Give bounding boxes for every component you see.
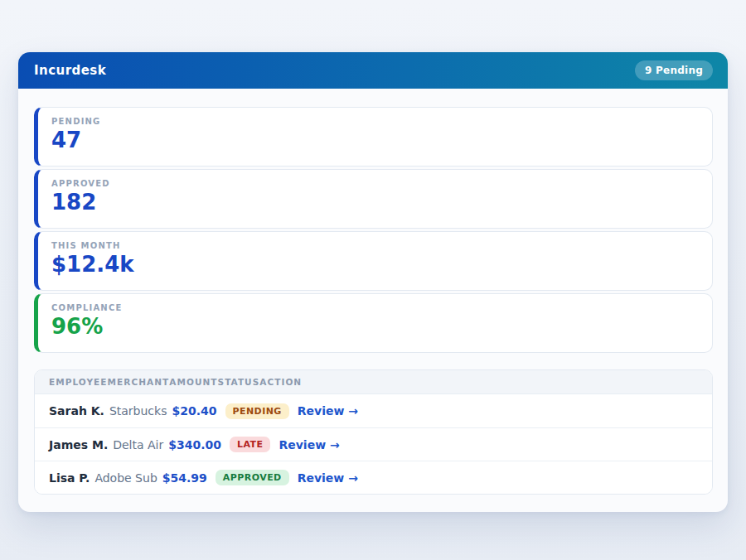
column-header-status: STATUS bbox=[218, 377, 260, 387]
amount-value: $20.40 bbox=[172, 404, 216, 418]
amount-value: $54.99 bbox=[162, 471, 207, 485]
column-header-amount: AMOUNT bbox=[169, 377, 217, 387]
table-row: Lisa P. Adobe Sub $54.99 APPROVED Review… bbox=[35, 461, 712, 494]
stat-card-compliance: COMPLIANCE 96% bbox=[34, 293, 713, 353]
stat-label: COMPLIANCE bbox=[51, 303, 699, 312]
stat-label: THIS MONTH bbox=[51, 241, 699, 250]
stat-label: PENDING bbox=[51, 117, 699, 126]
expense-table: EMPLOYEEMERCHANTAMOUNTSTATUSACTION Sarah… bbox=[34, 369, 713, 495]
stat-card-this-month: THIS MONTH $12.4k bbox=[34, 231, 713, 291]
stat-value: $12.4k bbox=[51, 253, 699, 277]
column-header-employee: EMPLOYEE bbox=[49, 377, 108, 387]
column-header-merchant: MERCHANT bbox=[108, 377, 170, 387]
pending-count-badge: 9 Pending bbox=[635, 60, 713, 80]
card-body: PENDING 47 APPROVED 182 THIS MONTH $12.4… bbox=[18, 89, 728, 512]
table-row: Sarah K. Starbucks $20.40 PENDING Review… bbox=[35, 394, 712, 427]
table-header-row: EMPLOYEEMERCHANTAMOUNTSTATUSACTION bbox=[35, 370, 712, 394]
column-header-action: ACTION bbox=[259, 377, 302, 387]
table-row: James M. Delta Air $340.00 LATE Review → bbox=[35, 427, 712, 461]
app-title: Incurdesk bbox=[34, 63, 106, 78]
stat-value: 47 bbox=[51, 128, 699, 152]
status-badge: PENDING bbox=[225, 403, 289, 419]
review-link[interactable]: Review → bbox=[279, 438, 339, 451]
incurdesk-card: Incurdesk 9 Pending PENDING 47 APPROVED … bbox=[18, 52, 728, 512]
status-badge: LATE bbox=[230, 437, 270, 452]
stat-value: 96% bbox=[51, 315, 699, 339]
stat-card-pending: PENDING 47 bbox=[34, 107, 713, 167]
stat-value: 182 bbox=[51, 191, 699, 215]
employee-name: James M. bbox=[49, 438, 108, 451]
card-header: Incurdesk 9 Pending bbox=[18, 52, 728, 89]
merchant-name: Starbucks bbox=[109, 404, 167, 418]
amount-value: $340.00 bbox=[168, 438, 221, 451]
employee-name: Sarah K. bbox=[49, 404, 104, 418]
page-background: { "app": { "title": "Incurdesk", "header… bbox=[0, 0, 746, 560]
employee-name: Lisa P. bbox=[49, 471, 90, 485]
merchant-name: Delta Air bbox=[113, 438, 163, 451]
review-link[interactable]: Review → bbox=[298, 404, 358, 418]
stat-card-approved: APPROVED 182 bbox=[34, 169, 713, 229]
merchant-name: Adobe Sub bbox=[94, 471, 157, 485]
review-link[interactable]: Review → bbox=[298, 471, 358, 485]
status-badge: APPROVED bbox=[216, 470, 289, 485]
stat-label: APPROVED bbox=[51, 179, 699, 188]
